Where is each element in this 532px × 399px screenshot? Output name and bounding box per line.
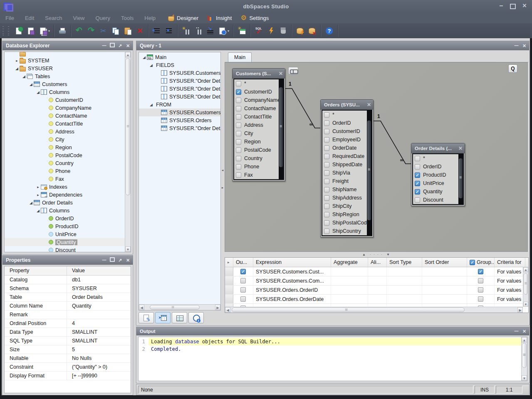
unchecked-checkbox[interactable] <box>324 229 329 234</box>
grid-cell-sel[interactable] <box>225 295 233 303</box>
stop-button[interactable] <box>277 26 289 36</box>
unchecked-checkbox[interactable] <box>236 156 241 161</box>
unchecked-checkbox[interactable] <box>236 106 241 111</box>
field-row-address[interactable]: Address <box>234 121 283 129</box>
execute-button[interactable] <box>265 26 277 36</box>
menu-help[interactable]: Help <box>139 15 161 21</box>
sql-check-button[interactable] <box>253 26 265 36</box>
grid-cell-output[interactable] <box>233 295 253 303</box>
grid-cell-alias[interactable] <box>368 286 387 294</box>
explorer-item-contacttitle[interactable]: ContactTitle <box>5 120 125 128</box>
grid-cell-group[interactable] <box>467 295 495 303</box>
mode-settings[interactable]: Settings <box>237 15 272 21</box>
property-row-display-format[interactable]: Display Format[+ --]99990 <box>5 372 131 380</box>
collapse-icon[interactable]: ◢ <box>14 66 20 71</box>
query-tree-item-main[interactable]: ◢Main <box>139 53 220 61</box>
grid-cell-criteria[interactable]: For values <box>495 286 525 294</box>
grid-row-1[interactable]: ✓SYSUSER.Customers.Cust...✓For values <box>225 267 528 276</box>
paste-button[interactable] <box>122 26 134 36</box>
checked-checkbox[interactable]: ✓ <box>415 172 420 178</box>
mode-designer[interactable]: Designer <box>164 15 202 21</box>
property-row-schema[interactable]: SchemaSYSUSER <box>5 284 131 293</box>
query-tree-item-sysuser-order-deta[interactable]: SYSUSER."Order Deta <box>139 93 220 101</box>
explorer-item-customers[interactable]: ◢Customers <box>5 80 125 88</box>
unchecked-checkbox[interactable] <box>478 278 483 283</box>
field-row-customerid[interactable]: ✓CustomerID <box>234 88 283 96</box>
redo-button[interactable] <box>86 26 98 36</box>
explorer-item-sysuser[interactable]: ◢SYSUSER <box>5 64 125 72</box>
explorer-item-tables[interactable]: ◢Tables <box>5 72 125 80</box>
checked-checkbox[interactable]: ✓ <box>478 269 483 274</box>
grid-cell-sel[interactable] <box>225 286 233 294</box>
grid-cell-group[interactable]: ✓ <box>467 267 495 276</box>
unchecked-checkbox[interactable] <box>324 121 329 126</box>
query-splitter[interactable] <box>222 52 225 310</box>
explorer-item-fax[interactable]: Fax <box>5 175 125 183</box>
toolbar-grip[interactable] <box>8 26 9 35</box>
field-row-phone[interactable]: Phone <box>234 163 283 171</box>
grid-cell-expression[interactable]: SYSUSER.Orders.OrderID <box>253 286 331 294</box>
menu-view[interactable]: View <box>68 15 90 21</box>
explorer-item-indexes[interactable]: ▸Indexes <box>5 183 125 191</box>
properties-minimize-button[interactable] <box>101 257 107 263</box>
scroll-up-icon[interactable]: ▲ <box>125 52 131 57</box>
unchecked-checkbox[interactable] <box>236 172 241 178</box>
field-row-shippeddate[interactable]: ShippedDate <box>322 160 371 169</box>
query-minimize-button[interactable] <box>514 43 519 49</box>
grid-header-alias[interactable]: Ali... <box>368 258 387 267</box>
explorer-item-unitprice[interactable]: UnitPrice <box>5 230 125 238</box>
explorer-item-contactname[interactable]: ContactName <box>5 112 125 120</box>
grid-cell-sorttype[interactable] <box>387 286 422 294</box>
unchecked-checkbox[interactable] <box>324 179 329 184</box>
unchecked-checkbox[interactable] <box>478 287 483 293</box>
explorer-item-columns[interactable]: ◢Columns <box>5 207 125 214</box>
unchecked-checkbox[interactable] <box>415 156 420 161</box>
field-row-orderdate[interactable]: OrderDate <box>322 144 371 152</box>
properties-maximize-button[interactable] <box>109 257 115 263</box>
close-icon[interactable]: ✕ <box>367 100 371 110</box>
view-results-button[interactable] <box>172 312 187 323</box>
unchecked-checkbox[interactable] <box>240 296 246 302</box>
expand-icon[interactable]: ▸ <box>14 59 20 63</box>
unchecked-checkbox[interactable] <box>324 129 329 134</box>
checked-checkbox[interactable]: ✓ <box>240 269 246 274</box>
grid-cell-alias[interactable] <box>368 276 387 285</box>
explorer-item-companyname[interactable]: CompanyName <box>5 104 125 112</box>
property-row-column-name[interactable]: Column NameQuantity <box>5 302 131 310</box>
grid-cell-alias[interactable] <box>368 295 387 303</box>
unchecked-checkbox[interactable] <box>236 81 241 86</box>
grid-cell-output[interactable] <box>233 276 253 285</box>
grid-horizontal-scrollbar[interactable]: ◀ ▶ <box>225 307 523 313</box>
unchecked-checkbox[interactable] <box>236 148 241 153</box>
scrollbar-thumb[interactable] <box>126 58 130 195</box>
grid-cell-criteria[interactable]: For values <box>495 267 525 276</box>
grid-cell-output[interactable] <box>233 286 253 294</box>
unchecked-checkbox[interactable] <box>324 187 329 192</box>
unchecked-checkbox[interactable] <box>324 162 329 167</box>
grid-cell-expression[interactable]: SYSUSER.Customers.Com... <box>253 276 331 285</box>
properties-close-button[interactable] <box>125 257 131 263</box>
scroll-up-icon[interactable]: ▲ <box>523 267 528 272</box>
field-row-employeeid[interactable]: EmployeeID <box>322 135 371 144</box>
collapse-icon[interactable]: ◢ <box>28 82 34 86</box>
property-row-table[interactable]: TableOrder Details <box>5 293 131 302</box>
relationship-line-1[interactable] <box>285 89 320 128</box>
table-window-scrollbar[interactable] <box>458 154 463 204</box>
grid-header-aggregate[interactable]: Aggregate <box>331 258 368 267</box>
field-row-orderid[interactable]: OrderID <box>322 119 371 127</box>
property-row-ordinal-position[interactable]: Ordinal Position4 <box>5 319 131 328</box>
explorer-item-discount[interactable]: Discount <box>5 246 125 252</box>
property-row-constraint[interactable]: Constraint("Quantity" > 0) <box>5 363 131 372</box>
explorer-titlebar[interactable]: Database Explorer <box>2 41 133 50</box>
scrollbar-thumb[interactable] <box>279 87 283 167</box>
explorer-maximize-button[interactable] <box>109 43 115 49</box>
explorer-item-quantity[interactable]: Quantity <box>5 238 125 246</box>
toolbar-grip[interactable] <box>2 26 4 35</box>
scroll-right-icon[interactable]: ▶ <box>215 305 220 310</box>
close-icon[interactable]: ✕ <box>279 69 283 79</box>
explorer-item-country[interactable]: Country <box>5 159 125 167</box>
unchecked-checkbox[interactable] <box>324 137 329 143</box>
collapse-icon[interactable]: ◢ <box>148 63 154 67</box>
menu-tools[interactable]: Tools <box>116 15 139 21</box>
scrollbar-thumb[interactable] <box>150 305 200 310</box>
